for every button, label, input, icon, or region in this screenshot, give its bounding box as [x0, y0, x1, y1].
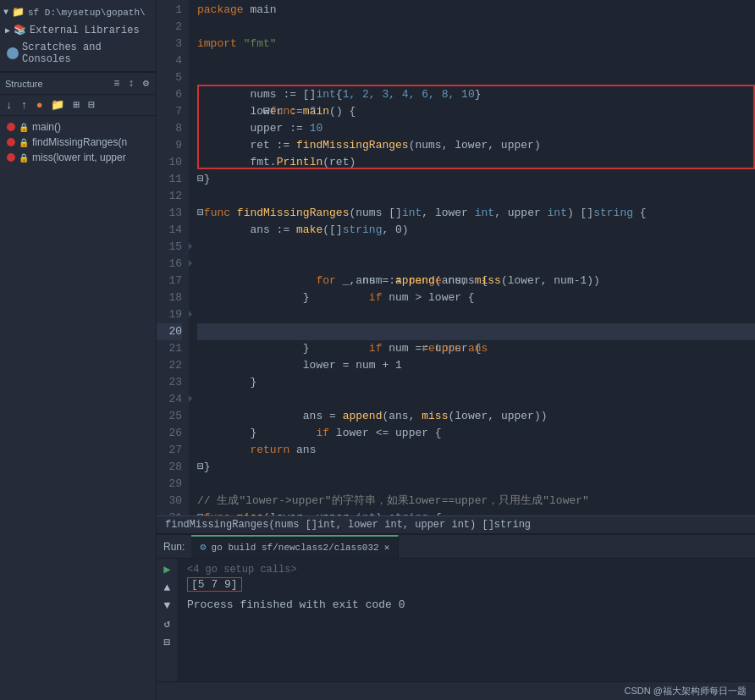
code-area[interactable]: 1 2 3 4 5 6 7 8 9 10 11 12 13 14 15 16 1… — [157, 0, 755, 515]
sidebar-item-external-libraries[interactable]: ▶ 📚 External Libraries — [0, 21, 156, 39]
struct-btn-collapse[interactable]: ⊟ — [85, 97, 97, 113]
ln-2: 2 — [157, 19, 182, 36]
code-line-14: ans := make([]string, 0) — [197, 222, 755, 239]
sidebar-top: ▼ 📁 sf D:\mysetup\gopath\ ▶ 📚 External L… — [0, 0, 156, 72]
ln-21: 21 — [157, 340, 182, 357]
code-line-25: ans = append(ans, miss(lower, upper)) — [197, 408, 755, 425]
ln-15: 15 — [157, 239, 182, 256]
code-line-23: } — [197, 374, 755, 391]
output-finished-container: Process finished with exit code 0 — [187, 598, 747, 611]
ln-30: 30 — [157, 493, 182, 510]
output-finished-text: Process finished with exit code 0 — [187, 598, 405, 611]
output-pre-text: <4 go setup calls> — [187, 564, 747, 576]
bottom-status-bar: CSDN @福大架构师每日一题 — [157, 681, 755, 700]
ln-14: 14 — [157, 222, 182, 239]
code-line-27: return ans — [197, 442, 755, 459]
struct-btn-expand[interactable]: ⊞ — [70, 97, 82, 113]
struct-item-main-label: main() — [32, 121, 61, 133]
ln-1: 1 — [157, 2, 182, 19]
main-area: 1 2 3 4 5 6 7 8 9 10 11 12 13 14 15 16 1… — [157, 0, 755, 700]
code-line-31: ⊟func miss(lower, upper int) string { — [197, 510, 755, 515]
code-line-6: nums := []int{1, 2, 3, 4, 6, 8, 10} — [197, 86, 755, 103]
struct-item-miss[interactable]: 🔒 miss(lower int, upper — [0, 150, 156, 165]
run-panel: Run: ⚙ go build sf/newclass2/class032 ✕ … — [157, 533, 755, 681]
sidebar-folder-root[interactable]: ▼ 📁 sf D:\mysetup\gopath\ — [0, 3, 156, 21]
code-line-7: lower := 2 — [197, 103, 755, 120]
ln-31: 31 — [157, 510, 182, 515]
ln-7: 7 — [157, 103, 182, 120]
go-run-icon: ⚙ — [200, 541, 206, 554]
code-line-24: if lower <= upper { — [197, 391, 755, 408]
code-line-30: // 生成"lower->upper"的字符串，如果lower==upper，只… — [197, 493, 755, 510]
code-line-16: if num > lower { — [197, 256, 755, 273]
run-bottom-section: ▶ ▲ ▼ ↺ ⊟ <4 go setup calls> [5 7 9] Pro… — [157, 559, 755, 681]
run-output: <4 go setup calls> [5 7 9] Process finis… — [179, 559, 755, 681]
code-line-22: lower = num + 1 — [197, 357, 755, 374]
ln-25: 25 — [157, 408, 182, 425]
line-diamond-19 — [189, 308, 192, 320]
ln-27: 27 — [157, 442, 182, 459]
external-libraries-label: External Libraries — [30, 25, 140, 36]
code-line-1: package main — [197, 2, 755, 19]
library-icon: 📚 — [14, 24, 26, 36]
ln-19: 19 — [157, 306, 182, 323]
run-rerun-button[interactable]: ↺ — [164, 617, 171, 631]
struct-lock-icon: 🔒 — [19, 123, 29, 132]
sidebar-item-scratches[interactable]: Scratches and Consoles — [0, 39, 156, 68]
code-line-20: return ans — [197, 323, 755, 340]
code-line-21: } — [197, 340, 755, 357]
struct-btn-down-arrow[interactable]: ↓ — [3, 98, 15, 113]
code-line-18: } — [197, 289, 755, 306]
scratches-icon — [7, 47, 19, 59]
editor-tooltip-text: findMissingRanges(nums []int, lower int,… — [165, 519, 531, 531]
struct-btn-up-arrow[interactable]: ↑ — [19, 98, 30, 113]
code-line-10: fmt.Println(ret) — [197, 154, 755, 171]
structure-settings-icon[interactable]: ⚙ — [141, 76, 151, 91]
run-stop-button[interactable]: ⊟ — [164, 636, 171, 649]
editor-tooltip: findMissingRanges(nums []int, lower int,… — [157, 515, 755, 533]
code-line-8: upper := 10 — [197, 120, 755, 137]
code-line-9: ret := findMissingRanges(nums, lower, up… — [197, 137, 755, 154]
code-content[interactable]: package main import "fmt" ▶ ⊟func main()… — [189, 0, 755, 515]
output-result-text: [5 7 9] — [187, 577, 242, 592]
ln-5: 5 — [157, 69, 182, 86]
run-down-button[interactable]: ▼ — [164, 599, 171, 612]
code-line-15: for _, num := range nums { — [197, 239, 755, 256]
structure-sort-icon[interactable]: ↕ — [127, 77, 136, 91]
folder-arrow: ▼ — [3, 8, 8, 17]
struct-circle-icon — [7, 123, 15, 131]
ln-24: 24 — [157, 391, 182, 408]
struct-circle-icon2 — [7, 138, 15, 146]
struct-btn-filter[interactable]: ● — [34, 98, 46, 113]
ln-9: 9 — [157, 137, 182, 154]
struct-item-main[interactable]: 🔒 main() — [0, 119, 156, 135]
ln-4: 4 — [157, 52, 182, 69]
struct-btn-folder[interactable]: 📁 — [48, 97, 67, 113]
run-sidebar: ▶ ▲ ▼ ↺ ⊟ — [157, 559, 179, 681]
expand-arrow-icon: ▶ — [5, 25, 10, 36]
code-line-12 — [197, 188, 755, 205]
ln-23: 23 — [157, 374, 182, 391]
line-diamond-16 — [189, 257, 192, 269]
ln-6: 6 — [157, 86, 182, 103]
folder-icon: 📁 — [12, 6, 25, 19]
ln-16: 16 — [157, 256, 182, 273]
run-label: Run: — [157, 541, 191, 553]
struct-item-findmissing[interactable]: 🔒 findMissingRanges(n — [0, 135, 156, 150]
run-tab-label: go build sf/newclass2/class032 — [212, 543, 379, 553]
run-up-button[interactable]: ▲ — [164, 581, 171, 594]
structure-list-icon[interactable]: ≡ — [112, 77, 121, 91]
run-play-button[interactable]: ▶ — [163, 562, 170, 576]
run-tab[interactable]: ⚙ go build sf/newclass2/class032 ✕ — [191, 535, 399, 558]
struct-lock-icon3: 🔒 — [19, 153, 29, 163]
ln-18: 18 — [157, 289, 182, 306]
code-line-2 — [197, 19, 755, 36]
run-tab-close[interactable]: ✕ — [384, 542, 390, 553]
ln-10: 10 — [157, 154, 182, 171]
ln-3: 3 — [157, 36, 182, 52]
code-line-29 — [197, 476, 755, 493]
sidebar: ▼ 📁 sf D:\mysetup\gopath\ ▶ 📚 External L… — [0, 0, 157, 700]
struct-lock-icon2: 🔒 — [19, 138, 29, 147]
ln-26: 26 — [157, 425, 182, 442]
struct-item-miss-label: miss(lower int, upper — [32, 152, 126, 163]
